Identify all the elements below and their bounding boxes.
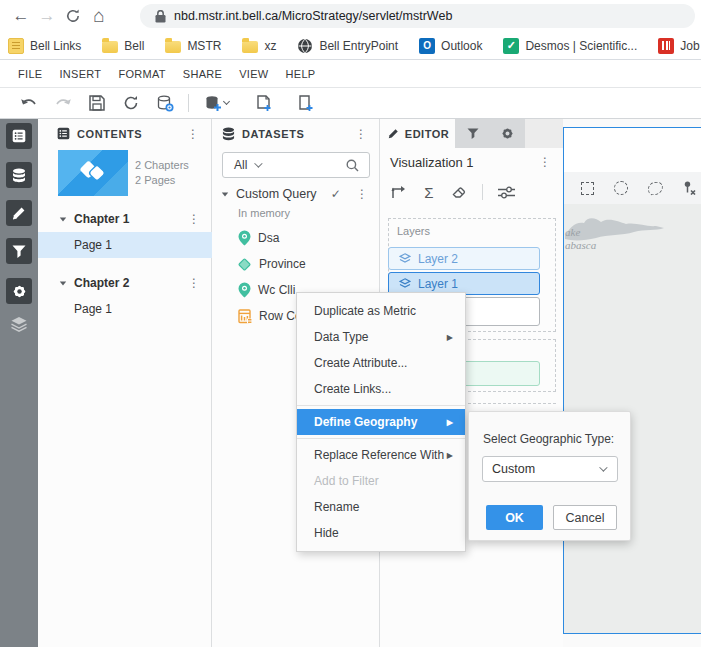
bookmark-bell-links[interactable]: Bell Links [8, 38, 81, 54]
app-window: nbd.mstr.int.bell.ca/MicroStrategy/servl… [0, 0, 701, 647]
browser-toolbar: nbd.mstr.int.bell.ca/MicroStrategy/servl… [0, 0, 701, 32]
refresh-icon[interactable] [116, 91, 146, 115]
bookmark-bell[interactable]: Bell [102, 39, 144, 53]
bookmark-job[interactable]: Job and [658, 38, 701, 54]
geographic-type-value: Custom [492, 462, 535, 476]
clear-pins-icon[interactable] [683, 181, 696, 195]
clear-data-icon[interactable] [150, 91, 180, 115]
menu-format[interactable]: FORMAT [118, 68, 165, 80]
tab-filter[interactable] [455, 119, 490, 148]
menu-insert[interactable]: INSERT [59, 68, 101, 80]
menu-item-create-links[interactable]: Create Links... [297, 376, 465, 402]
chapter-2-menu-icon[interactable] [187, 276, 201, 290]
chapter-1-page-1-row[interactable]: Page 1 [38, 232, 212, 258]
back-icon[interactable] [8, 3, 34, 29]
layers-rail-icon[interactable] [10, 316, 28, 332]
ok-button[interactable]: OK [486, 505, 543, 530]
toolbar-divider [188, 94, 189, 112]
chapter-1-row[interactable]: Chapter 1 [38, 206, 212, 232]
address-bar[interactable]: nbd.mstr.int.bell.ca/MicroStrategy/servl… [140, 4, 695, 28]
contents-rail-icon[interactable] [6, 123, 32, 149]
menu-item-rename[interactable]: Rename [297, 494, 465, 520]
datasets-rail-icon[interactable] [6, 162, 32, 188]
tab-settings[interactable] [490, 119, 525, 148]
chapter-2-row[interactable]: Chapter 2 [38, 270, 212, 296]
add-data-icon[interactable] [197, 91, 237, 115]
search-icon[interactable] [346, 159, 359, 172]
layer-2-chip[interactable]: Layer 2 [388, 247, 540, 270]
metric-table-icon [238, 309, 252, 324]
chapter-1-menu-icon[interactable] [187, 212, 201, 226]
editor-tabstrip: EDITOR [380, 119, 563, 148]
geo-pin-icon [238, 230, 251, 246]
field-row-province[interactable]: Province [212, 251, 380, 277]
reload-icon[interactable] [60, 3, 86, 29]
home-icon[interactable] [86, 3, 112, 29]
filter-rail-icon[interactable] [6, 238, 32, 264]
menu-item-data-type[interactable]: Data Type [297, 324, 465, 350]
totals-sigma-icon[interactable]: Σ [414, 184, 444, 201]
lock-icon [155, 10, 166, 23]
field-row-dsa[interactable]: Dsa [212, 225, 380, 251]
menu-share[interactable]: SHARE [183, 68, 222, 80]
rectangle-select-icon[interactable] [581, 182, 594, 195]
geo-pin-icon [238, 282, 251, 298]
geographic-type-select[interactable]: Custom [482, 456, 618, 482]
visualization-menu-icon[interactable] [538, 155, 552, 169]
editor-tab-label: EDITOR [405, 128, 449, 140]
undo-icon[interactable] [14, 91, 44, 115]
lasso-select-icon[interactable] [647, 181, 664, 196]
dataset-filter-value[interactable]: All [234, 158, 247, 172]
dossier-thumbnail[interactable] [58, 150, 128, 196]
bell-links-favicon [8, 38, 24, 54]
menu-item-hide[interactable]: Hide [297, 520, 465, 546]
menu-item-replace-reference-with[interactable]: Replace Reference With [297, 442, 465, 468]
add-chapter-icon[interactable] [291, 91, 321, 115]
bookmark-bell-entrypoint[interactable]: Bell EntryPoint [297, 38, 398, 54]
menu-item-duplicate-as-metric[interactable]: Duplicate as Metric [297, 298, 465, 324]
submenu-arrow-icon [447, 418, 453, 427]
menu-view[interactable]: VIEW [239, 68, 268, 80]
gear-icon [501, 127, 514, 140]
swap-axes-icon[interactable] [384, 185, 414, 199]
menu-file[interactable]: FILE [18, 68, 42, 80]
circle-select-icon[interactable] [614, 181, 628, 195]
bookmark-mstr[interactable]: MSTR [165, 39, 221, 53]
bookmark-xz[interactable]: xz [242, 39, 276, 53]
layer-2-label: Layer 2 [418, 252, 458, 266]
contents-menu-icon[interactable] [186, 127, 200, 141]
menu-item-create-attribute[interactable]: Create Attribute... [297, 350, 465, 376]
menu-item-define-geography[interactable]: Define Geography [297, 409, 465, 435]
save-icon[interactable] [82, 91, 112, 115]
collapse-icon[interactable] [60, 217, 66, 221]
format-sliders-icon[interactable] [491, 186, 521, 199]
settings-rail-icon[interactable] [6, 278, 32, 304]
bookmark-outlook[interactable]: Outlook [419, 38, 482, 54]
dataset-search-box[interactable]: All [222, 152, 370, 178]
eraser-icon[interactable] [444, 185, 474, 199]
chapters-count: 2 Chapters [135, 158, 189, 173]
bookmark-desmos[interactable]: Desmos | Scientific... [503, 38, 637, 54]
datasets-menu-icon[interactable] [354, 127, 368, 141]
dataset-status: In memory [238, 207, 290, 219]
collapse-icon[interactable] [222, 192, 228, 196]
tab-editor[interactable]: EDITOR [380, 119, 455, 148]
field-label: Province [259, 257, 306, 271]
collapse-icon[interactable] [60, 281, 66, 285]
pencil-icon [388, 128, 399, 139]
format-rail-icon[interactable] [6, 200, 32, 226]
visualization-title-row: Visualization 1 [380, 148, 563, 176]
select-geographic-type-dialog: Select Geographic Type: Custom OK Cancel [468, 411, 631, 541]
redo-icon[interactable] [48, 91, 78, 115]
map-visualization[interactable]: ake abasca [563, 127, 701, 634]
dataset-menu-icon[interactable] [355, 187, 369, 201]
chapter-2-page-1-row[interactable]: Page 1 [38, 296, 212, 322]
datasets-header: DATASETS [212, 119, 379, 148]
menu-help[interactable]: HELP [286, 68, 316, 80]
forward-icon[interactable] [34, 3, 60, 29]
cancel-button[interactable]: Cancel [553, 505, 617, 530]
add-page-icon[interactable] [249, 91, 279, 115]
checkmark-icon [331, 187, 341, 201]
dataset-root-row[interactable]: Custom Query [212, 183, 380, 205]
side-rail [0, 119, 38, 647]
